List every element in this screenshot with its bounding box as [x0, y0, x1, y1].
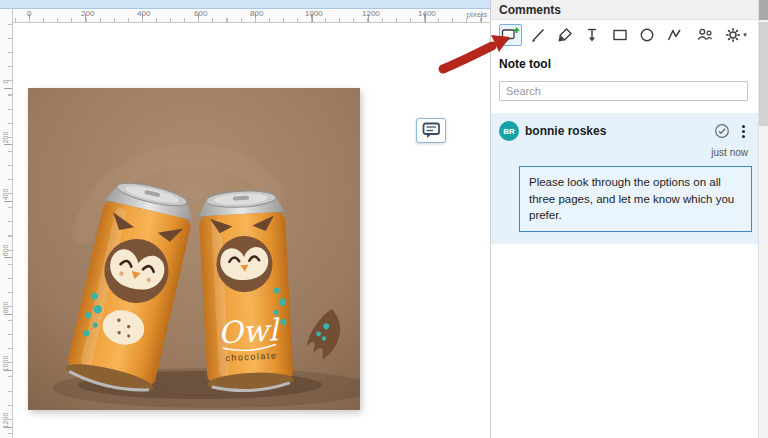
ruler-tick-label: 1000 [305, 9, 323, 18]
ellipse-tool-button[interactable] [635, 24, 658, 46]
panel-scrollbar[interactable] [758, 0, 768, 438]
scrollbar-top-button[interactable] [759, 0, 768, 20]
ellipse-tool-icon [638, 26, 656, 44]
comments-toolbar: ▾ [491, 20, 758, 50]
ruler-tick-label: 1200 [2, 411, 9, 431]
avatar: BR [499, 121, 519, 141]
ruler-tick-label: 1400 [418, 9, 436, 18]
horizontal-ruler: 0 200 400 600 800 1000 1200 1400 pixels [13, 9, 490, 23]
highlighter-tool-icon [556, 26, 574, 44]
ruler-tick-label: 400 [137, 9, 150, 18]
note-icon [422, 122, 441, 139]
comments-panel: Comments [490, 0, 758, 438]
comment-timestamp: just now [491, 141, 758, 164]
brand-script-text: Owl [217, 312, 281, 350]
arrow-tool-icon [583, 26, 601, 44]
vertical-ruler: 0 200 400 600 800 1000 1200 [0, 22, 13, 438]
comment-menu-button[interactable] [736, 125, 750, 138]
ruler-tick-label: 200 [2, 128, 9, 148]
right-can: Owl chocolate [198, 189, 294, 393]
ruler-tick-label: 0 [2, 72, 9, 92]
share-icon [696, 26, 714, 44]
rectangle-tool-button[interactable] [608, 24, 631, 46]
comment-author: bonnie roskes [525, 124, 708, 138]
settings-gear-icon [724, 26, 742, 44]
polyline-tool-icon [665, 26, 683, 44]
document-area: 0 200 400 600 800 1000 1200 1400 pixels … [0, 0, 490, 438]
ruler-tick-label: 400 [2, 185, 9, 205]
settings-button[interactable]: ▾ [721, 24, 750, 46]
drawing-canvas[interactable]: Owl chocolate [13, 23, 490, 438]
kebab-menu-icon [736, 125, 750, 138]
comment-thread: BR bonnie roskes just now Please look th… [491, 113, 758, 244]
comment-text-box[interactable]: Please look through the options on all t… [519, 166, 752, 232]
check-circle-icon [714, 123, 730, 139]
document-tab-strip [0, 0, 490, 9]
note-tool-icon [501, 26, 520, 44]
polyline-tool-button[interactable] [663, 24, 686, 46]
panel-title: Comments [491, 0, 758, 20]
arrow-tool-button[interactable] [581, 24, 604, 46]
freehand-tool-icon [529, 26, 547, 44]
note-tool-button[interactable] [499, 24, 522, 46]
ruler-corner [0, 9, 13, 23]
highlighter-tool-button[interactable] [554, 24, 577, 46]
ruler-tick-label: 800 [250, 9, 263, 18]
ruler-unit-label: pixels [467, 10, 487, 19]
application-window: 0 200 400 600 800 1000 1200 1400 pixels … [0, 0, 768, 438]
ruler-tick-label: 200 [81, 9, 94, 18]
comment-marker-button[interactable] [416, 118, 446, 143]
ruler-tick-label: 1200 [362, 9, 380, 18]
search-input[interactable] [499, 81, 748, 101]
ruler-tick-label: 800 [2, 298, 9, 318]
ruler-tick-label: 600 [2, 241, 9, 261]
scrollbar-thumb[interactable] [759, 22, 768, 126]
resolve-comment-button[interactable] [714, 123, 730, 139]
ruler-tick-label: 600 [194, 9, 207, 18]
ruler-tick-label: 1000 [2, 354, 9, 374]
artwork-image[interactable]: Owl chocolate [28, 88, 360, 410]
freehand-tool-button[interactable] [526, 24, 549, 46]
chevron-down-icon: ▾ [743, 31, 747, 39]
share-button[interactable] [694, 24, 717, 46]
ruler-tick-label: 0 [27, 9, 31, 18]
rectangle-tool-icon [611, 26, 629, 44]
selected-tool-label: Note tool [491, 50, 758, 81]
